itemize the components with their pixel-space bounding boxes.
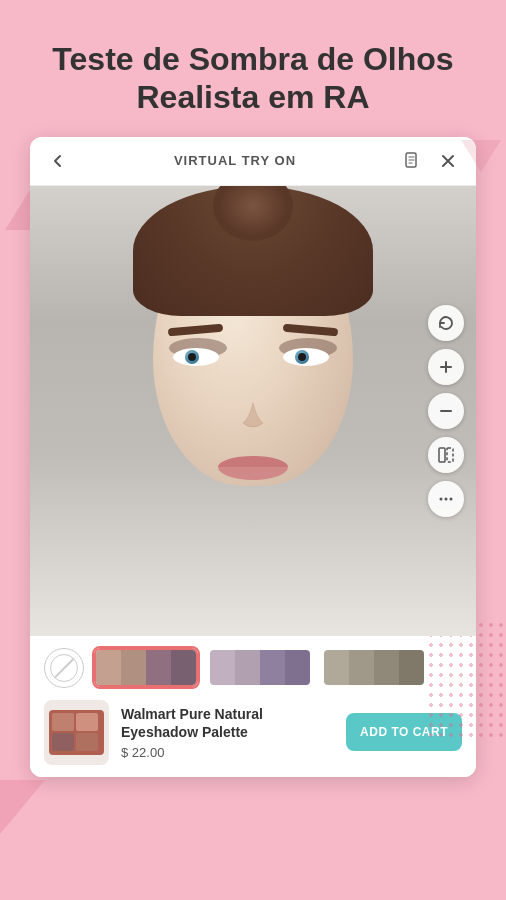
no-color-button[interactable] bbox=[44, 648, 84, 688]
back-button[interactable] bbox=[44, 147, 72, 175]
swatch-color-2-3 bbox=[260, 650, 285, 685]
face-container bbox=[30, 186, 476, 636]
left-eye bbox=[173, 346, 223, 368]
palette-swatch-2[interactable] bbox=[208, 648, 312, 687]
product-name: Walmart Pure Natural Eyeshadow Palette bbox=[121, 705, 334, 741]
svg-point-5 bbox=[450, 497, 453, 500]
pal-color-3 bbox=[52, 733, 74, 751]
palette-swatch-1[interactable] bbox=[94, 648, 198, 687]
virtual-try-on-card: VIRTUAL TRY ON bbox=[30, 137, 476, 777]
right-pupil bbox=[298, 353, 306, 361]
product-details: Walmart Pure Natural Eyeshadow Palette $… bbox=[121, 705, 334, 760]
reset-button[interactable] bbox=[428, 305, 464, 341]
eyebrows bbox=[168, 326, 338, 334]
card-title: VIRTUAL TRY ON bbox=[72, 153, 398, 168]
swatch-color-3-4 bbox=[399, 650, 424, 685]
lips bbox=[218, 456, 288, 478]
document-icon[interactable] bbox=[398, 147, 426, 175]
camera-controls bbox=[428, 305, 464, 517]
swatch-color-2-1 bbox=[210, 650, 235, 685]
decorative-triangle-bottom-left bbox=[0, 780, 45, 840]
decorative-dots-right bbox=[426, 620, 506, 740]
swatch-color-1-4 bbox=[171, 650, 196, 685]
card-header: VIRTUAL TRY ON bbox=[30, 137, 476, 186]
svg-rect-1 bbox=[439, 448, 445, 462]
product-info-row: Walmart Pure Natural Eyeshadow Palette $… bbox=[44, 700, 462, 765]
pal-color-4 bbox=[76, 733, 98, 751]
right-eye bbox=[283, 346, 333, 368]
left-pupil bbox=[188, 353, 196, 361]
swatch-color-1-1 bbox=[96, 650, 121, 685]
palette-2-colors bbox=[210, 650, 310, 685]
swatch-color-1-2 bbox=[121, 650, 146, 685]
lower-lip bbox=[218, 467, 288, 480]
swatch-color-3-1 bbox=[324, 650, 349, 685]
product-panel: Walmart Pure Natural Eyeshadow Palette $… bbox=[30, 636, 476, 777]
svg-rect-2 bbox=[447, 448, 453, 462]
pal-color-2 bbox=[76, 713, 98, 731]
page-title: Teste de Sombra de Olhos Realista em RA bbox=[0, 0, 506, 137]
pal-color-1 bbox=[52, 713, 74, 731]
decorative-triangle-right bbox=[461, 140, 501, 172]
right-eye-white bbox=[283, 348, 329, 366]
swatch-color-3-3 bbox=[374, 650, 399, 685]
zoom-in-button[interactable] bbox=[428, 349, 464, 385]
palette-1-colors bbox=[96, 650, 196, 685]
palette-3-colors bbox=[324, 650, 424, 685]
compare-button[interactable] bbox=[428, 437, 464, 473]
swatch-color-1-3 bbox=[146, 650, 171, 685]
no-color-icon bbox=[50, 654, 78, 682]
product-thumbnail bbox=[44, 700, 109, 765]
left-eyebrow bbox=[168, 323, 223, 336]
palette-illustration bbox=[49, 710, 104, 755]
swatch-color-2-2 bbox=[235, 650, 260, 685]
product-price: $ 22.00 bbox=[121, 745, 334, 760]
upper-lip bbox=[218, 456, 288, 467]
more-options-button[interactable] bbox=[428, 481, 464, 517]
nose bbox=[233, 401, 273, 431]
eyes bbox=[173, 346, 333, 368]
close-icon[interactable] bbox=[434, 147, 462, 175]
palette-selector bbox=[44, 648, 462, 688]
zoom-out-button[interactable] bbox=[428, 393, 464, 429]
palette-swatch-3[interactable] bbox=[322, 648, 426, 687]
svg-point-4 bbox=[445, 497, 448, 500]
left-eye-white bbox=[173, 348, 219, 366]
svg-point-3 bbox=[440, 497, 443, 500]
camera-view bbox=[30, 186, 476, 636]
swatch-color-3-2 bbox=[349, 650, 374, 685]
swatch-color-2-4 bbox=[285, 650, 310, 685]
right-eyebrow bbox=[283, 323, 338, 336]
